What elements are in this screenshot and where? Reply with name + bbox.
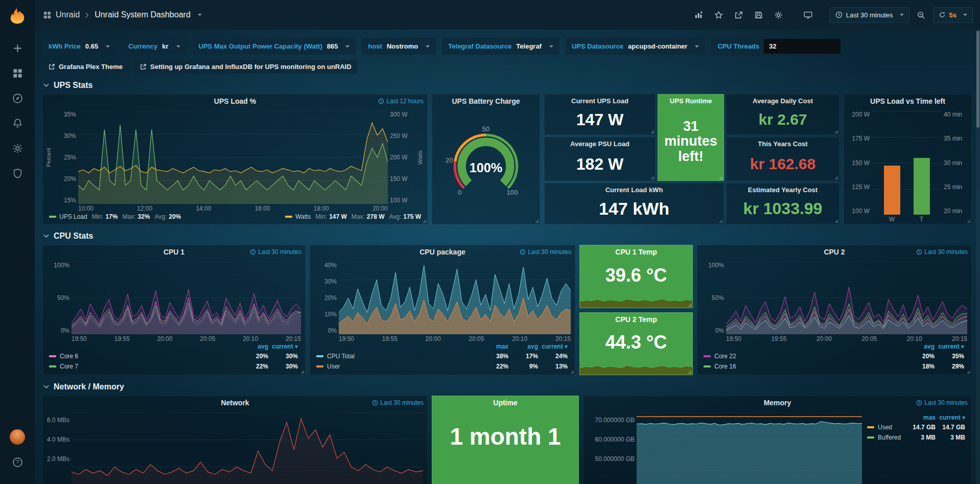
axis-tick: 19:50: [339, 335, 354, 342]
variable-currency[interactable]: Currency kr: [122, 38, 186, 55]
panel-title[interactable]: Memory: [764, 399, 791, 407]
clock-icon: [372, 400, 378, 406]
section-header-ups-stats[interactable]: UPS Stats: [43, 81, 972, 90]
legend-header-row: avgcurrent ▾: [49, 342, 298, 351]
legend-sort-header[interactable]: avg: [905, 342, 935, 351]
axis-tick: 20:05: [469, 335, 484, 342]
sidebar-item-dashboards[interactable]: [7, 63, 28, 83]
variable-ups-max-output[interactable]: UPS Max Output Power Capacity (Watt) 865: [193, 38, 356, 55]
chevron-down-icon[interactable]: [198, 14, 202, 16]
panel-title[interactable]: CPU package: [419, 248, 465, 256]
legend-sort-header[interactable]: avg: [239, 342, 268, 351]
zoom-out-time-button[interactable]: [913, 7, 929, 22]
link-ups-monitoring-guide[interactable]: Setting up Grafana and InfluxDB for UPS …: [134, 60, 358, 74]
panel-title[interactable]: CPU 2: [824, 248, 845, 256]
axis-tick: 2.0 MBs: [47, 455, 69, 463]
share-dashboard-button[interactable]: [731, 7, 747, 22]
chart-legend: avgcurrent ▾Core 620%30%Core 722%30%: [43, 342, 305, 375]
axis-tick: 20:00: [816, 335, 832, 342]
panel-cpu1-temp: CPU 1 Temp 39.6 °C: [579, 245, 693, 308]
panel-time-range-badge[interactable]: Last 12 hours: [378, 98, 424, 105]
dashboard-settings-button[interactable]: [771, 7, 787, 22]
legend-series[interactable]: Core 2220%35%: [704, 351, 964, 361]
legend-series[interactable]: Core 1618%29%: [704, 361, 964, 372]
variable-telegraf-datasource[interactable]: Telegraf Datasource Telegraf: [442, 38, 559, 55]
variable-ups-datasource[interactable]: UPS Datasource apcupsd-container: [566, 38, 705, 55]
scrollbar-thumb[interactable]: [976, 31, 979, 128]
sidebar-item-create[interactable]: [7, 38, 28, 58]
user-avatar[interactable]: [10, 429, 25, 445]
cycle-view-mode-button[interactable]: [800, 7, 816, 22]
time-range-picker[interactable]: Last 30 minutes: [830, 7, 909, 23]
grafana-flame-icon: [8, 5, 27, 25]
sidebar-item-help[interactable]: ?: [7, 452, 28, 472]
axis-tick: 0%: [61, 327, 69, 334]
legend-sort-header[interactable]: current ▾: [935, 342, 964, 351]
chart-plot[interactable]: [339, 262, 571, 334]
legend-sort-header[interactable]: avg: [508, 342, 538, 351]
legend-series[interactable]: WattsMin:147 WMax:278 WAvg:175 W: [285, 213, 421, 220]
save-dashboard-button[interactable]: [751, 7, 767, 22]
axis-tick: 250 W: [390, 132, 408, 140]
chart-plot[interactable]: [726, 262, 967, 334]
link-grafana-plex-theme[interactable]: Grafana Plex Theme: [42, 60, 129, 74]
chart-plot[interactable]: [637, 412, 862, 484]
axis-tick: 20:00: [372, 205, 388, 212]
panel-time-range-badge[interactable]: Last 30 minutes: [916, 248, 968, 256]
stat-value: kr 2.67: [727, 107, 839, 134]
panel-title[interactable]: UPS Load vs Time left: [870, 97, 945, 105]
breadcrumb-folder[interactable]: Unraid: [56, 10, 80, 19]
legend-series[interactable]: CPU Total38%17%24%: [316, 351, 568, 361]
sidebar-item-server-admin[interactable]: [7, 163, 28, 183]
panel-title[interactable]: Network: [221, 399, 249, 407]
bar-chart-plot[interactable]: [872, 111, 942, 215]
bar-W[interactable]: [884, 166, 900, 215]
legend-sort-header[interactable]: current ▾: [936, 413, 965, 422]
chart-plot[interactable]: [72, 262, 301, 334]
refresh-icon: [939, 11, 946, 18]
panel-time-range-badge[interactable]: Last 30 minutes: [372, 399, 424, 406]
panel-title[interactable]: UPS Load %: [214, 97, 256, 105]
legend-series[interactable]: UPS LoadMin:17%Max:32%Avg:20%: [49, 213, 181, 220]
breadcrumb-dashboard-title[interactable]: Unraid System Dashboard: [95, 10, 191, 19]
panel-time-range-badge[interactable]: Last 30 minutes: [916, 399, 968, 406]
panel-title[interactable]: UPS Battery Charge: [452, 97, 520, 105]
legend-series[interactable]: Buffered3 MB3 MB: [867, 432, 965, 443]
sidebar-item-alerting[interactable]: [7, 113, 28, 133]
grafana-logo[interactable]: [8, 5, 27, 25]
panel-title[interactable]: CPU 1: [164, 248, 184, 256]
chart-plot[interactable]: [78, 111, 388, 204]
section-header-cpu-stats[interactable]: CPU Stats: [43, 232, 972, 241]
variable-host[interactable]: host Nostromo: [362, 38, 436, 55]
panel-time-range-badge[interactable]: Last 30 minutes: [250, 248, 301, 256]
legend-series[interactable]: User22%9%13%: [316, 361, 568, 372]
refresh-picker[interactable]: 5s: [933, 7, 973, 23]
sparkline: [580, 361, 692, 375]
panel-time-range-badge[interactable]: Last 30 minutes: [520, 248, 571, 256]
star-dashboard-button[interactable]: [711, 7, 727, 22]
legend-sort-header[interactable]: current ▾: [538, 342, 568, 351]
sidebar-item-configuration[interactable]: [7, 138, 28, 158]
row-ups-stats: UPS Load % Last 12 hours Percent 35%30%2…: [42, 94, 972, 224]
legend-sort-header[interactable]: current ▾: [268, 342, 298, 351]
topbar: Unraid Unraid System Dashboard: [35, 0, 980, 30]
stat-value: kr 1033.99: [727, 196, 839, 224]
bar-T[interactable]: [914, 158, 930, 215]
legend-sort-header[interactable]: max: [906, 413, 936, 422]
chart-plot[interactable]: [72, 412, 423, 484]
variable-kwh-price[interactable]: kWh Price 0.65: [42, 38, 116, 55]
page-scrollbar[interactable]: [976, 30, 980, 484]
legend-series[interactable]: Core 620%30%: [49, 351, 298, 361]
cpu-threads-input[interactable]: [764, 39, 841, 54]
legend-series[interactable]: Core 722%30%: [49, 361, 298, 372]
sidebar-item-explore[interactable]: [7, 88, 28, 108]
series-color-swatch: [49, 365, 56, 367]
section-header-network-memory[interactable]: Network / Memory: [43, 382, 972, 391]
legend-sort-header[interactable]: max: [479, 342, 508, 351]
chevron-down-icon: [43, 234, 49, 238]
add-panel-button[interactable]: [691, 7, 707, 22]
battery-gauge[interactable]: 02050100100%: [432, 108, 540, 224]
legend-series[interactable]: Used14.7 GB14.7 GB: [867, 422, 965, 432]
x-axis: 19:5019:5520:0020:0520:1020:15: [726, 334, 967, 342]
help-icon: ?: [12, 457, 23, 468]
